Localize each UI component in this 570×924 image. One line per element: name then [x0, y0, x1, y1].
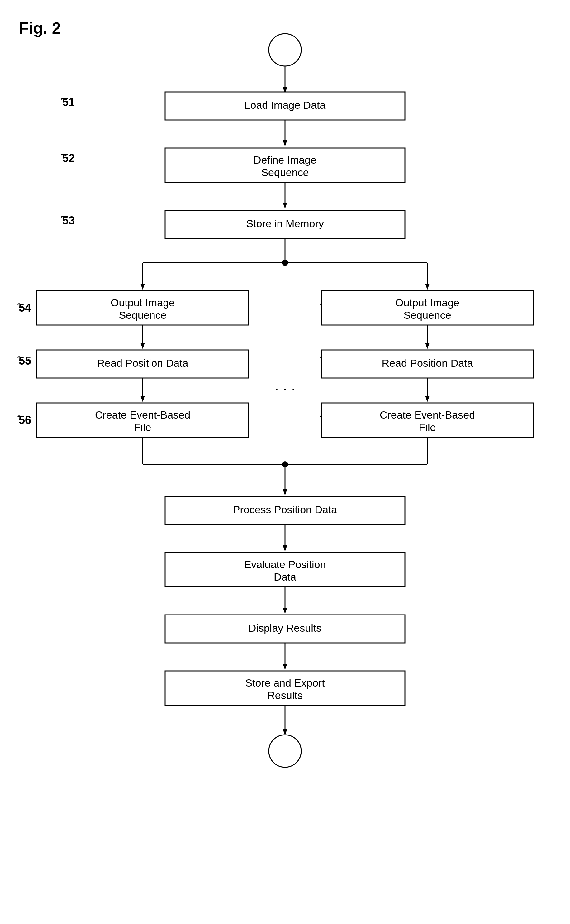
svg-marker-68: [283, 489, 287, 496]
svg-text:Read Position Data: Read Position Data: [97, 357, 188, 369]
node-55-right: 55' ~ Read Position Data: [320, 350, 533, 378]
svg-text:Results: Results: [267, 689, 302, 701]
svg-text:. . .: . . .: [275, 377, 296, 394]
svg-marker-7: [283, 140, 287, 146]
node-56-left: 56 ~ Create Event-Based File: [17, 403, 248, 437]
svg-text:Evaluate Position: Evaluate Position: [244, 559, 326, 570]
node-58: 58 ~ Evaluate Position Data: [165, 553, 405, 587]
node-54-left: 54 ~ Output Image Sequence: [17, 291, 248, 325]
node-54-right: 54' ~ Output Image Sequence: [320, 291, 533, 325]
node-51: 51 ~ Load Image Data: [61, 92, 405, 120]
svg-marker-22: [141, 284, 145, 290]
svg-text:Store in Memory: Store in Memory: [246, 218, 323, 229]
svg-text:~: ~: [61, 148, 67, 161]
svg-text:File: File: [419, 421, 436, 433]
svg-text:~: ~: [17, 351, 24, 363]
svg-text:Define Image: Define Image: [254, 154, 316, 166]
page: Fig. 2 51 ~ Load Image Data 52 ~: [0, 0, 570, 924]
node-57: 57 ~ Process Position Data: [165, 496, 405, 525]
svg-text:Process Position Data: Process Position Data: [233, 503, 337, 516]
svg-marker-50: [425, 343, 429, 349]
svg-text:Sequence: Sequence: [403, 309, 451, 321]
node-59: 59 ~ Display Results: [165, 615, 405, 643]
merge-dot: [282, 461, 288, 467]
svg-text:Data: Data: [274, 571, 296, 583]
svg-text:~: ~: [61, 92, 67, 105]
node-52: 52 ~ Define Image Sequence: [61, 148, 405, 182]
svg-text:~: ~: [17, 410, 24, 422]
flowchart: 51 ~ Load Image Data 52 ~ Define Image S…: [0, 12, 570, 916]
svg-marker-14: [283, 203, 287, 209]
svg-text:Create Event-Based: Create Event-Based: [380, 409, 475, 421]
node-60: 60 ~ Store and Export Results: [165, 671, 405, 705]
svg-text:Read Position Data: Read Position Data: [382, 357, 473, 369]
node-56-right: 56' ~ Create Event-Based File: [320, 403, 533, 437]
node-53: 53 ~ Store in Memory: [61, 210, 405, 238]
svg-text:File: File: [134, 421, 152, 433]
svg-text:Create Event-Based: Create Event-Based: [95, 409, 190, 421]
end-circle: [269, 735, 301, 767]
svg-marker-25: [425, 284, 429, 290]
svg-text:Output Image: Output Image: [110, 297, 175, 309]
svg-marker-56: [425, 396, 429, 402]
svg-marker-38: [141, 396, 145, 402]
svg-marker-32: [141, 343, 145, 349]
svg-text:~: ~: [17, 298, 24, 310]
svg-marker-74: [283, 545, 287, 552]
svg-marker-87: [283, 664, 287, 670]
svg-text:Display Results: Display Results: [248, 622, 322, 634]
svg-text:Sequence: Sequence: [119, 309, 166, 321]
start-circle: [269, 34, 301, 66]
svg-text:~: ~: [61, 210, 67, 223]
svg-text:Output Image: Output Image: [395, 297, 460, 309]
svg-marker-81: [283, 608, 287, 614]
svg-text:Sequence: Sequence: [261, 166, 309, 178]
node-55-left: 55 ~ Read Position Data: [17, 350, 248, 378]
svg-text:Load Image Data: Load Image Data: [245, 99, 326, 111]
svg-text:Store and Export: Store and Export: [245, 677, 325, 689]
